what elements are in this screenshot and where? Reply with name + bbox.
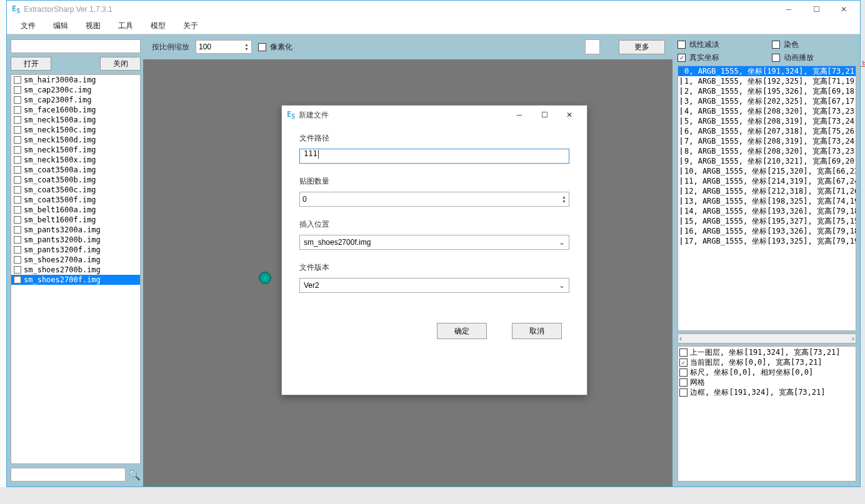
checkbox-icon[interactable] xyxy=(14,236,21,244)
checkbox-icon[interactable] xyxy=(14,206,21,214)
frame-list-item[interactable]: 7, ARGB_1555, 坐标[208,319], 宽高[73,24], xyxy=(678,136,856,146)
checkbox-icon[interactable] xyxy=(679,368,688,377)
checkbox-icon[interactable] xyxy=(681,187,682,195)
checkbox-icon[interactable] xyxy=(14,106,21,114)
path-input[interactable] xyxy=(11,39,141,53)
file-list-item[interactable]: sm_belt1600f.img xyxy=(11,215,140,225)
option-linear-dodge[interactable]: 线性减淡 xyxy=(678,39,762,50)
dialog-close-button[interactable]: ✕ xyxy=(557,106,582,124)
spin-up-icon[interactable]: ▲ xyxy=(244,42,249,47)
option-anim-play[interactable]: 动画播放 xyxy=(772,52,856,63)
minimize-button[interactable]: ─ xyxy=(775,1,802,18)
checkbox-icon[interactable] xyxy=(681,237,682,245)
close-button[interactable]: ✕ xyxy=(830,1,858,18)
close-file-button[interactable]: 关闭 xyxy=(100,57,141,71)
horizontal-scrollbar[interactable]: ‹› xyxy=(678,334,856,343)
titlebar[interactable]: ES ExtractorSharp Ver 1.7.3.1 ─ ☐ ✕ xyxy=(7,1,860,18)
file-list-item[interactable]: sm_face1600b.img xyxy=(11,105,140,115)
maximize-button[interactable]: ☐ xyxy=(802,1,830,18)
checkbox-icon[interactable] xyxy=(681,157,682,165)
checkbox-icon[interactable] xyxy=(14,166,21,174)
file-list-item[interactable]: sm_belt1600a.img xyxy=(11,205,140,215)
frame-list-item[interactable]: 10, ARGB_1555, 坐标[215,320], 宽高[66,23], xyxy=(678,166,856,176)
frame-list-item[interactable]: 0, ARGB_1555, 坐标[191,324], 宽高[73,21], xyxy=(678,66,856,76)
layer-list-item[interactable]: 边框, 坐标[191,324], 宽高[73,21] xyxy=(679,388,854,398)
checkbox-icon[interactable] xyxy=(14,246,21,254)
checkbox-icon[interactable] xyxy=(681,97,682,105)
more-button[interactable]: 更多 xyxy=(619,40,665,54)
scroll-left-icon[interactable]: ‹ xyxy=(679,334,682,343)
dialog-maximize-button[interactable]: ☐ xyxy=(532,106,557,124)
file-list-item[interactable]: sm_shoes2700f.img xyxy=(11,275,140,285)
checkbox-icon[interactable] xyxy=(14,256,21,264)
scroll-right-icon[interactable]: › xyxy=(852,334,854,343)
dialog-minimize-button[interactable]: ─ xyxy=(507,106,532,124)
file-list-item[interactable]: sm_neck1500x.img xyxy=(11,155,140,165)
file-list-item[interactable]: sm_hair3000a.img xyxy=(11,75,140,85)
checkbox-icon[interactable] xyxy=(681,177,682,185)
checkbox-icon[interactable] xyxy=(14,96,21,104)
checkbox-icon[interactable] xyxy=(681,77,682,85)
option-dye[interactable]: 染色 xyxy=(772,39,856,50)
checkbox-icon[interactable] xyxy=(681,137,682,145)
layer-list[interactable]: 上一图层, 坐标[191,324], 宽高[73,21]✓当前图层, 坐标[0,… xyxy=(678,346,856,482)
menu-about[interactable]: 关于 xyxy=(174,18,207,34)
layer-list-item[interactable]: 网格 xyxy=(679,378,854,388)
file-list-item[interactable]: sm_cap2300c.img xyxy=(11,85,140,95)
file-list-item[interactable]: sm_shoes2700b.img xyxy=(11,265,140,275)
cancel-button[interactable]: 取消 xyxy=(512,323,562,339)
menu-edit[interactable]: 编辑 xyxy=(44,18,77,34)
menu-file[interactable]: 文件 xyxy=(12,18,44,34)
ok-button[interactable]: 确定 xyxy=(437,323,487,339)
checkbox-icon[interactable] xyxy=(14,266,21,274)
checkbox-icon[interactable] xyxy=(679,388,688,397)
checkbox-icon[interactable] xyxy=(681,227,682,235)
checkbox-icon[interactable] xyxy=(14,146,21,154)
checkbox-icon[interactable] xyxy=(679,348,688,357)
checkbox-icon[interactable]: ✓ xyxy=(679,358,688,367)
frame-list-item[interactable]: 3, ARGB_1555, 坐标[202,325], 宽高[67,17], xyxy=(678,96,856,106)
file-list-item[interactable]: sm_neck1500c.img xyxy=(11,125,140,135)
checkbox-icon[interactable] xyxy=(14,186,21,194)
checkbox-icon[interactable] xyxy=(681,117,682,125)
checkbox-icon[interactable] xyxy=(14,126,21,134)
checkbox-icon[interactable] xyxy=(681,207,682,215)
search-icon[interactable]: 🔍 xyxy=(128,469,141,481)
pixelate-checkbox[interactable]: 像素化 xyxy=(258,42,292,52)
scale-input[interactable]: 100 ▲ ▼ xyxy=(196,40,252,54)
checkbox-icon[interactable] xyxy=(681,87,682,95)
file-list-item[interactable]: sm_pants3200b.img xyxy=(11,235,140,245)
file-list-item[interactable]: sm_neck1500a.img xyxy=(11,115,140,125)
checkbox-icon[interactable] xyxy=(14,116,21,124)
file-list[interactable]: sm_hair3000a.imgsm_cap2300c.imgsm_cap230… xyxy=(11,74,141,464)
checkbox-icon[interactable] xyxy=(681,167,682,175)
checkbox-icon[interactable] xyxy=(681,147,682,155)
frame-list-item[interactable]: 13, ARGB_1555, 坐标[198,325], 宽高[74,19], xyxy=(678,196,856,206)
file-list-item[interactable]: sm_pants3200a.img xyxy=(11,225,140,235)
frame-list-item[interactable]: 12, ARGB_1555, 坐标[212,318], 宽高[71,26], xyxy=(678,186,856,196)
checkbox-icon[interactable] xyxy=(14,176,21,184)
path-field[interactable]: 111 xyxy=(299,149,569,164)
checkbox-icon[interactable] xyxy=(14,216,21,224)
menu-model[interactable]: 模型 xyxy=(142,18,174,34)
menu-view[interactable]: 视图 xyxy=(77,18,109,34)
checkbox-icon[interactable] xyxy=(14,86,21,94)
version-select[interactable]: Ver2 ⌄ xyxy=(299,278,569,293)
file-list-item[interactable]: sm_neck1500f.img xyxy=(11,145,140,155)
frame-list[interactable]: 0, ARGB_1555, 坐标[191,324], 宽高[73,21],1, … xyxy=(678,66,856,331)
checkbox-icon[interactable] xyxy=(14,156,21,164)
checkbox-icon[interactable] xyxy=(681,127,682,135)
spin-up-icon[interactable]: ▲ xyxy=(562,195,566,199)
dialog-titlebar[interactable]: ES 新建文件 ─ ☐ ✕ xyxy=(282,106,587,124)
frame-list-item[interactable]: 1, ARGB_1555, 坐标[192,325], 宽高[71,19], xyxy=(678,76,856,86)
spin-down-icon[interactable]: ▼ xyxy=(244,47,249,51)
checkbox-icon[interactable] xyxy=(681,107,682,115)
file-list-item[interactable]: sm_neck1500d.img xyxy=(11,135,140,145)
checkbox-icon[interactable] xyxy=(14,196,21,204)
layer-list-item[interactable]: 标尺, 坐标[0,0], 相对坐标[0,0] xyxy=(679,368,854,378)
frame-list-item[interactable]: 2, ARGB_1555, 坐标[195,326], 宽高[69,18], xyxy=(678,86,856,96)
checkbox-icon[interactable] xyxy=(679,378,688,387)
menu-tool[interactable]: 工具 xyxy=(109,18,142,34)
spin-down-icon[interactable]: ▼ xyxy=(562,199,566,204)
file-list-item[interactable]: sm_coat3500b.img xyxy=(11,175,140,185)
